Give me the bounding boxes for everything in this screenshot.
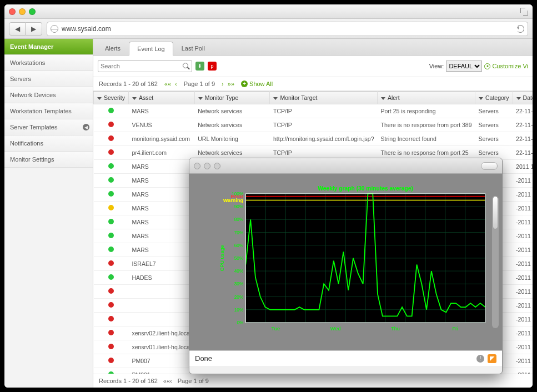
search-icon[interactable] xyxy=(183,63,189,69)
severity-dot xyxy=(108,191,114,197)
table-row[interactable]: MARSNetwork servicesTCP/IPPort 25 is res… xyxy=(94,104,533,118)
back-button[interactable]: ◀ xyxy=(9,22,26,36)
first-page[interactable]: «« xyxy=(163,81,172,87)
prev-page[interactable]: ‹ xyxy=(174,81,178,87)
severity-dot xyxy=(108,122,114,127)
search-box[interactable] xyxy=(98,60,192,72)
table-row[interactable]: monitoring.sysaid.comURL Monitoringhttp:… xyxy=(94,132,533,146)
svg-text:30%: 30% xyxy=(234,282,243,287)
sidebar-item[interactable]: Server Templates◀ xyxy=(4,119,93,135)
records-label: Records 1 - 20 of 162 xyxy=(99,81,158,87)
pdf-icon[interactable]: p xyxy=(208,62,217,71)
header-row: SeverityAssetMonitor TypeMonitor TargetA… xyxy=(94,92,533,104)
svg-text:80%: 80% xyxy=(234,217,243,222)
popup-zoom-icon[interactable] xyxy=(214,163,220,169)
control-bar: ⬇ p View: DEFAUL Customize Vi xyxy=(93,56,533,77)
zoom-icon[interactable] xyxy=(29,8,36,15)
severity-dot xyxy=(108,219,114,224)
view-selector: View: DEFAUL Customize Vi xyxy=(429,61,528,72)
sidebar-item[interactable]: Network Devices xyxy=(4,87,93,103)
severity-dot xyxy=(108,260,114,266)
svg-text:0%: 0% xyxy=(237,320,243,325)
popup-close-icon[interactable] xyxy=(194,163,200,169)
sidebar: Event ManagerWorkstationsServersNetwork … xyxy=(4,39,93,388)
column-header[interactable]: Alert xyxy=(377,92,475,104)
severity-dot xyxy=(108,274,114,280)
view-select[interactable]: DEFAUL xyxy=(446,61,482,72)
svg-text:60%: 60% xyxy=(234,243,243,248)
svg-text:90%: 90% xyxy=(234,204,243,209)
gear-icon xyxy=(484,63,490,69)
minimize-icon[interactable] xyxy=(19,8,26,15)
table-row[interactable]: VENUSNetwork servicesTCP/IPThere is no r… xyxy=(94,118,533,132)
svg-text:70%: 70% xyxy=(234,230,243,235)
scrollbar[interactable] xyxy=(492,196,499,328)
scrollbar-thumb[interactable] xyxy=(493,196,498,229)
sidebar-item[interactable]: Workstations xyxy=(4,55,93,71)
show-all-link[interactable]: + Show All xyxy=(241,81,273,87)
column-header[interactable]: Date / Time xyxy=(513,92,533,104)
next-page[interactable]: › xyxy=(220,81,225,87)
view-label: View: xyxy=(429,63,444,69)
cpu-chart: Weekly graph (30 minutes average)0%10%20… xyxy=(217,182,491,339)
severity-dot xyxy=(108,247,114,252)
sidebar-item[interactable]: Notifications xyxy=(4,135,93,152)
severity-dot xyxy=(108,288,114,294)
severity-dot xyxy=(108,108,114,113)
sidebar-item[interactable]: Workstation Templates xyxy=(4,103,93,119)
plus-icon: + xyxy=(241,81,248,87)
tab[interactable]: Event Log xyxy=(129,42,173,56)
chart-area: Weekly graph (30 minutes average)0%10%20… xyxy=(189,174,502,350)
toolbar-pill[interactable] xyxy=(481,162,498,170)
severity-dot xyxy=(108,344,114,349)
severity-dot xyxy=(108,163,114,169)
reload-icon[interactable] xyxy=(516,25,524,33)
sidebar-item[interactable]: Servers xyxy=(4,71,93,87)
tab-bar: AlertsEvent LogLast Poll xyxy=(93,39,533,56)
tab[interactable]: Last Poll xyxy=(173,41,213,55)
warning-icon[interactable]: ! xyxy=(476,355,484,363)
severity-dot xyxy=(108,302,114,308)
svg-text:Wed: Wed xyxy=(330,326,341,331)
popup-status-bar: Done ! ◤ xyxy=(189,350,502,366)
column-header[interactable]: Category xyxy=(475,92,513,104)
svg-text:20%: 20% xyxy=(234,295,243,300)
last-page[interactable]: »» xyxy=(227,81,235,87)
pager-arrows: «« ‹ xyxy=(163,81,178,87)
severity-dot xyxy=(108,233,114,238)
nav-buttons: ◀ ▶ xyxy=(9,22,42,36)
url-bar[interactable]: www.sysaid.com xyxy=(47,22,528,36)
collapse-icon[interactable]: ◀ xyxy=(83,124,89,130)
tab[interactable]: Alerts xyxy=(97,41,129,55)
column-header[interactable]: Severity xyxy=(94,92,129,104)
rss-icon[interactable]: ◤ xyxy=(488,354,496,363)
column-header[interactable]: Asset xyxy=(128,92,194,104)
svg-text:Weekly graph (30 minutes avera: Weekly graph (30 minutes average) xyxy=(318,185,413,192)
close-icon[interactable] xyxy=(9,8,16,15)
globe-icon xyxy=(51,25,58,33)
severity-dot xyxy=(108,149,114,155)
sidebar-item[interactable]: Monitor Settings xyxy=(4,152,93,168)
pager-row-top: Records 1 - 20 of 162 «« ‹ Page 1 of 9 ›… xyxy=(93,77,533,91)
severity-dot xyxy=(108,358,114,363)
severity-dot xyxy=(108,135,114,141)
customize-view-link[interactable]: Customize Vi xyxy=(484,63,528,69)
window-controls xyxy=(9,8,36,15)
popup-min-icon[interactable] xyxy=(204,163,210,169)
url-text: www.sysaid.com xyxy=(62,25,111,33)
pager-row-bottom: Records 1 - 20 of 162 ««‹ Page 1 of 9 xyxy=(93,374,533,388)
sidebar-item[interactable]: Event Manager xyxy=(4,39,93,55)
svg-text:Thu: Thu xyxy=(391,326,400,331)
export-icon[interactable]: ⬇ xyxy=(195,62,204,71)
chart-popup: Weekly graph (30 minutes average)0%10%20… xyxy=(189,158,503,374)
column-header[interactable]: Monitor Type xyxy=(194,92,270,104)
column-header[interactable]: Monitor Target xyxy=(270,92,378,104)
severity-dot xyxy=(108,330,114,335)
titlebar xyxy=(4,4,533,19)
svg-text:50%: 50% xyxy=(234,256,243,261)
severity-dot xyxy=(108,177,114,183)
fullscreen-icon[interactable] xyxy=(520,8,528,16)
search-input[interactable] xyxy=(101,63,183,69)
forward-button[interactable]: ▶ xyxy=(26,22,42,36)
svg-text:Tue: Tue xyxy=(271,326,280,331)
